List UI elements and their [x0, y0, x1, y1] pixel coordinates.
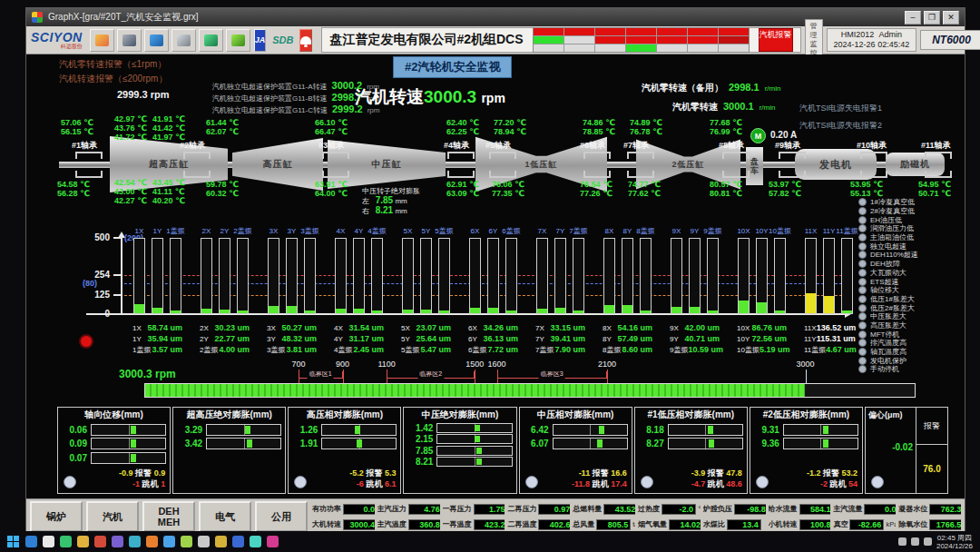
start-button[interactable] — [7, 536, 20, 548]
taskbar-app-icon-10[interactable] — [181, 536, 192, 547]
tray-icon[interactable] — [911, 537, 919, 546]
bearing-bracket-top-11 — [925, 152, 952, 159]
bearing-label-9: #9轴承 — [775, 140, 800, 152]
bearing-bracket-top-6 — [583, 152, 611, 159]
sdb-tool-button[interactable]: SDB — [270, 34, 296, 45]
taskbar-app-icon-12[interactable] — [215, 536, 227, 547]
taskbar-app-icon-2[interactable] — [43, 536, 54, 547]
users-icon — [95, 34, 109, 46]
vib-point-value: 3.81 um — [286, 345, 317, 354]
bar-fill — [641, 310, 651, 313]
temp-value: 77.35 ℃ — [492, 189, 524, 198]
bearing-temp-bottom-9: 53.97 ℃57.82 ℃ — [769, 180, 801, 198]
rpm-tick-label-3000: 3000 — [797, 360, 815, 369]
zero-speed-row: 汽机零转速 3000.1 r/min — [672, 101, 775, 113]
alarm-cell-r2c1 — [564, 44, 594, 52]
nav-button-公用[interactable]: 公用 — [255, 501, 308, 532]
nav-button-锅炉[interactable]: 锅炉 — [30, 501, 83, 532]
temp-value: 43.00 ℃ — [114, 187, 147, 196]
vib-point-label: 6盖振 — [468, 345, 486, 355]
page-title: #2汽轮机安全监视 — [393, 56, 512, 78]
nav-button-DEH-MEH[interactable]: DEH MEH — [142, 501, 195, 532]
gauge-mid-tick — [475, 458, 475, 466]
bar-outline — [353, 238, 365, 314]
hmi-time: 02:45:42 — [877, 40, 909, 49]
taskbar-app-icon-1[interactable] — [25, 536, 37, 547]
ytick-500: 500 — [83, 232, 110, 242]
hmi-info-box: HMI2012 Admin 2024-12-26 02:45:42 — [827, 28, 917, 52]
monitor-tool-button[interactable] — [199, 29, 223, 52]
minimize-button[interactable]: – — [905, 11, 921, 25]
gauge-row: 1.42 — [407, 423, 512, 433]
bar-label: 10Y — [755, 227, 768, 236]
metric-label: 炉膛负压 — [703, 504, 732, 514]
bearing-bracket-bottom-11 — [925, 171, 952, 178]
gauge-row: 6.07 — [524, 438, 628, 449]
printer-tool-button[interactable] — [172, 29, 196, 52]
temp-value: 57.82 ℃ — [769, 189, 801, 198]
taskbar-app-icon-6[interactable] — [112, 536, 123, 547]
alarm-lamp-icon — [858, 207, 867, 215]
book-tool-button[interactable] — [226, 29, 250, 52]
taskbar-app-icon-7[interactable] — [129, 536, 141, 547]
gauge-green-tick — [355, 426, 360, 434]
nav-button-汽机[interactable]: 汽机 — [86, 501, 139, 532]
rpm-progress-fill — [145, 384, 805, 397]
restore-button[interactable]: ❐ — [924, 11, 940, 25]
taskbar-app-icon-14[interactable] — [250, 536, 261, 547]
bearing-temp-bottom-5: 76.06 ℃77.35 ℃ — [492, 180, 524, 198]
vib-point-label: 8X — [603, 324, 612, 332]
bearing-label-10: #10轴承 — [857, 140, 887, 152]
bar-outline — [487, 238, 499, 314]
gauge-green-tick — [475, 436, 480, 442]
taskbar-app-icon-5[interactable] — [94, 536, 106, 547]
tray-icon[interactable] — [898, 537, 906, 546]
bar-outline — [402, 238, 414, 314]
rpm-zone: 临界区2 — [387, 371, 475, 379]
users-tool-button[interactable] — [90, 29, 114, 52]
temp-value: 43.76 ℃ — [114, 123, 147, 133]
bar-outline — [756, 238, 768, 314]
tools-tool-button[interactable] — [117, 29, 142, 52]
gauge-value: 0.09 — [62, 439, 87, 448]
alarm-summary-grid — [533, 27, 750, 53]
taskbar-app-icon-9[interactable] — [163, 536, 175, 547]
temp-value: 40.20 ℃ — [152, 196, 185, 205]
alarm-bell-button[interactable] — [299, 29, 312, 52]
gauge-bar — [783, 438, 858, 449]
bar-group-10: 10X10Y10盖振 — [737, 227, 787, 314]
taskbar-app-icon-4[interactable] — [77, 536, 89, 547]
gauge-green-tick — [131, 454, 136, 462]
close-button[interactable]: ✕ — [943, 11, 959, 25]
taskbar-app-icon-8[interactable] — [146, 536, 158, 547]
taskbar-app-icon-3[interactable] — [60, 536, 72, 547]
vib-table-row: 10盖振5.19 um — [737, 345, 787, 356]
vib-table-row: 6X34.26 um — [468, 323, 518, 334]
alarm-high: 53.2 — [841, 468, 858, 478]
gauge-value: 0.07 — [62, 453, 87, 463]
clock-tool-button[interactable] — [144, 29, 169, 52]
temp-value: 77.26 ℃ — [580, 189, 612, 198]
bar-outline — [371, 238, 383, 314]
vib-bar-8Y: 8Y — [621, 227, 634, 314]
vib-table-col-8: 8X54.16 um8Y57.49 um8盖振8.60 um — [603, 323, 652, 356]
tray-icon[interactable] — [924, 537, 932, 546]
bar-label: 5盖振 — [435, 227, 453, 236]
vib-table-row: 5X23.07 um — [401, 323, 451, 334]
bearing-temp-top-3: 66.10 ℃66.47 ℃ — [315, 118, 348, 136]
panel-trip-limits: -2 跳机 54 — [820, 478, 858, 490]
nav-button-电气[interactable]: 电气 — [199, 501, 251, 532]
taskbar-app-icon-11[interactable] — [198, 536, 210, 547]
vib-bar-11X: 11X — [804, 227, 818, 314]
taskbar-app-icon-15[interactable] — [267, 536, 279, 547]
bar-outline — [469, 238, 481, 314]
turbine-alarm-button[interactable]: 汽机报警 — [759, 28, 793, 52]
vib-point-value: 39.41 um — [550, 334, 585, 343]
bearing-label-4: #4轴承 — [444, 140, 469, 152]
taskbar-clock[interactable]: 02:45 周四 2024/12/26 — [936, 534, 973, 550]
bar-fill — [439, 310, 449, 313]
ja-tool-button[interactable]: JA — [254, 29, 267, 52]
taskbar-app-icon-13[interactable] — [232, 536, 244, 547]
uhp-temp-column: 43.45 ℃41.11 ℃40.20 ℃ — [152, 178, 185, 205]
vib-bar-3X: 3X — [267, 227, 280, 314]
